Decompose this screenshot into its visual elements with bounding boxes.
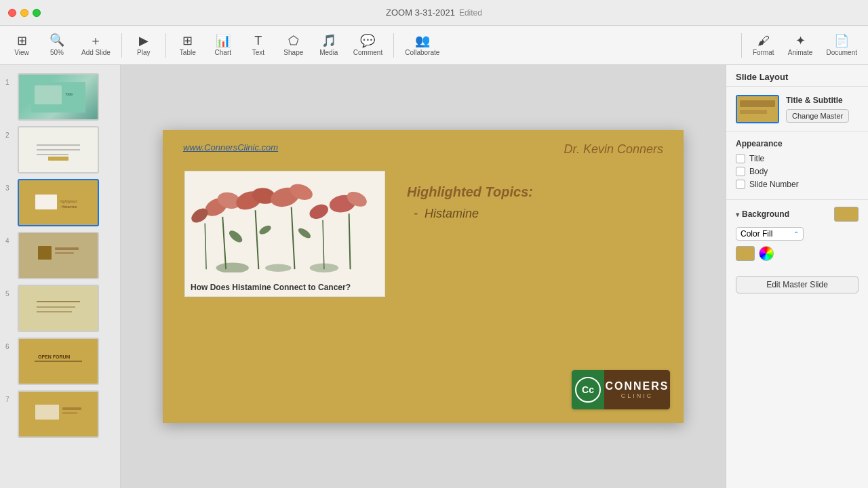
background-title: ▾ Background: [736, 209, 789, 219]
canvas-area[interactable]: www.ConnersClinic.com Dr. Kevin Conners: [121, 65, 726, 488]
svg-rect-1: [35, 85, 62, 104]
slide-number-checkbox-label: Slide Number: [749, 180, 799, 189]
shape-label: Shape: [283, 49, 303, 56]
play-button[interactable]: ▶ Play: [127, 32, 160, 59]
disclosure-triangle[interactable]: ▾: [736, 211, 739, 218]
change-master-button[interactable]: Change Master: [786, 109, 849, 123]
play-label: Play: [137, 49, 150, 56]
svg-rect-53: [740, 100, 775, 107]
slide-5-number: 5: [5, 290, 14, 298]
slide-topic-item-histamine: - Histamine: [407, 207, 670, 221]
document-icon: 📄: [834, 35, 849, 47]
right-panel: Slide Layout Title & Subtitle Change Mas…: [726, 65, 868, 488]
chart-button[interactable]: 📊 Chart: [207, 32, 239, 59]
logo-text-area: CONNERS CLINIC: [604, 370, 670, 409]
slide-1-number: 1: [5, 79, 14, 86]
fullscreen-button[interactable]: [33, 9, 41, 17]
format-label: Format: [753, 49, 774, 56]
body-checkbox[interactable]: [736, 167, 745, 176]
background-header: ▾ Background: [736, 207, 859, 222]
table-button[interactable]: ⊞ Table: [172, 32, 204, 59]
traffic-lights: [8, 9, 41, 17]
fill-row: Color Fill ⌃: [736, 227, 859, 241]
color-swatch-small[interactable]: [736, 246, 755, 261]
chart-label: Chart: [215, 49, 231, 56]
panel-section-header: Slide Layout: [726, 65, 868, 87]
slide-4-content: [19, 233, 98, 278]
slide-3-thumb[interactable]: Highlighted - Histamine: [18, 179, 99, 226]
body-checkbox-row: Body: [736, 167, 859, 176]
separator-2: [165, 33, 166, 58]
slide-canvas[interactable]: www.ConnersClinic.com Dr. Kevin Conners: [163, 130, 684, 423]
format-button[interactable]: 🖌 Format: [747, 32, 780, 59]
svg-text:Cc: Cc: [582, 384, 594, 395]
slide-number-checkbox[interactable]: [736, 180, 745, 189]
slide-topics: Highlighted Topics: - Histamine: [407, 184, 670, 221]
slide-7-content: [19, 392, 98, 436]
slide-2-thumb[interactable]: [18, 126, 99, 174]
format-icon: 🖌: [757, 35, 770, 47]
slide-5-thumb[interactable]: [18, 285, 99, 332]
slide-image-block[interactable]: How Does Histamine Connect to Cancer?: [184, 171, 385, 297]
zoom-control[interactable]: 🔍 50%: [41, 31, 73, 59]
fill-dropdown-arrow: ⌃: [793, 230, 799, 238]
view-label: View: [14, 49, 29, 56]
title-checkbox[interactable]: [736, 154, 745, 163]
svg-rect-13: [38, 246, 52, 260]
svg-rect-7: [48, 157, 68, 161]
logo-brand-name: CONNERS: [605, 380, 669, 392]
svg-point-46: [310, 263, 338, 272]
text-label: Text: [252, 49, 264, 56]
background-color-swatch[interactable]: [834, 207, 859, 222]
slide-3-container[interactable]: 3 Highlighted - Histamine: [0, 176, 120, 229]
title-bar: ZOOM 3-31-2021 Edited: [0, 0, 868, 26]
svg-rect-24: [35, 405, 59, 420]
animate-icon: ✦: [795, 35, 806, 47]
media-button[interactable]: 🎵 Media: [313, 32, 345, 59]
fill-dropdown[interactable]: Color Fill ⌃: [736, 227, 804, 241]
main-area: 1 Title 2: [0, 65, 868, 488]
slide-7-container[interactable]: 7: [0, 388, 120, 441]
layout-preview-area: Title & Subtitle Change Master: [726, 87, 868, 132]
text-button[interactable]: T Text: [242, 32, 275, 59]
animate-button[interactable]: ✦ Animate: [783, 32, 818, 59]
document-button[interactable]: 📄 Document: [821, 32, 863, 59]
color-picker-row: [736, 246, 859, 261]
slide-3-number: 3: [5, 184, 14, 192]
slide-4-number: 4: [5, 237, 14, 245]
slide-1-thumb[interactable]: Title: [18, 73, 99, 121]
slide-6-thumb[interactable]: OPEN FORUM: [18, 338, 99, 385]
slide-5-container[interactable]: 5: [0, 282, 120, 335]
slide-4-thumb[interactable]: [18, 232, 99, 279]
slide-7-thumb[interactable]: [18, 390, 99, 438]
slide-website: www.ConnersClinic.com: [183, 142, 278, 152]
text-icon: T: [254, 35, 262, 47]
slide-6-container[interactable]: 6 OPEN FORUM: [0, 335, 120, 388]
collaborate-button[interactable]: 👥 Collaborate: [399, 32, 445, 59]
color-wheel-icon[interactable]: [759, 246, 774, 261]
slide-topics-title: Highlighted Topics:: [407, 184, 670, 200]
slide-1-container[interactable]: 1 Title: [0, 70, 120, 123]
comment-label: Comment: [353, 49, 382, 56]
slide-logo: Cc CONNERS CLINIC: [572, 370, 670, 409]
table-label: Table: [180, 49, 196, 56]
slide-2-container[interactable]: 2: [0, 123, 120, 176]
svg-rect-15: [55, 252, 74, 254]
view-button[interactable]: ⊞ View: [5, 32, 38, 59]
edit-master-button[interactable]: Edit Master Slide: [736, 276, 859, 293]
slide-6-number: 6: [5, 343, 14, 350]
close-button[interactable]: [8, 9, 16, 17]
shape-button[interactable]: ⬠ Shape: [277, 32, 310, 59]
add-slide-button[interactable]: ＋ Add Slide: [76, 32, 116, 59]
minimize-button[interactable]: [20, 9, 28, 17]
comment-button[interactable]: 💬 Comment: [348, 32, 388, 59]
slide-1-content: Title: [19, 75, 98, 119]
collaborate-icon: 👥: [415, 35, 430, 47]
title-checkbox-label: Title: [749, 154, 764, 163]
body-checkbox-label: Body: [749, 167, 768, 176]
view-icon: ⊞: [17, 35, 27, 47]
chart-icon: 📊: [216, 35, 231, 47]
slide-4-container[interactable]: 4: [0, 229, 120, 282]
play-icon: ▶: [139, 35, 149, 47]
slides-panel: 1 Title 2: [0, 65, 121, 488]
